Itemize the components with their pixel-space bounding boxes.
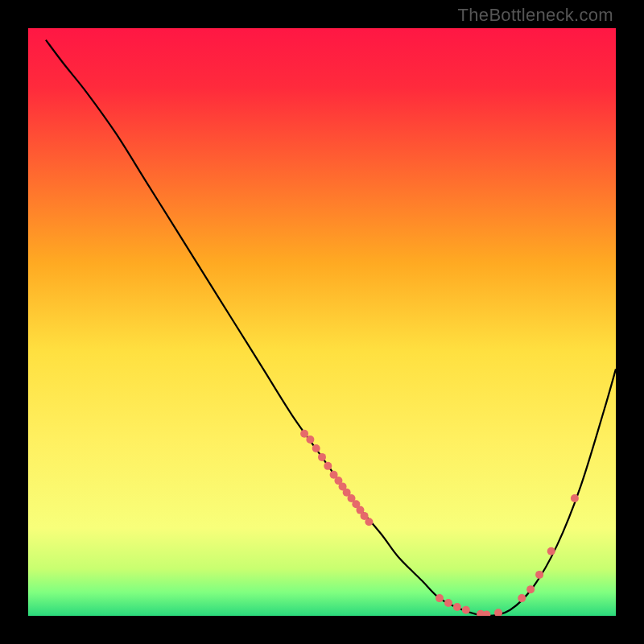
chart-container: TheBottleneck.com bbox=[0, 0, 644, 644]
gradient-background bbox=[28, 28, 616, 616]
plot-area bbox=[28, 28, 616, 616]
svg-rect-0 bbox=[28, 28, 616, 616]
watermark-text: TheBottleneck.com bbox=[458, 5, 613, 26]
